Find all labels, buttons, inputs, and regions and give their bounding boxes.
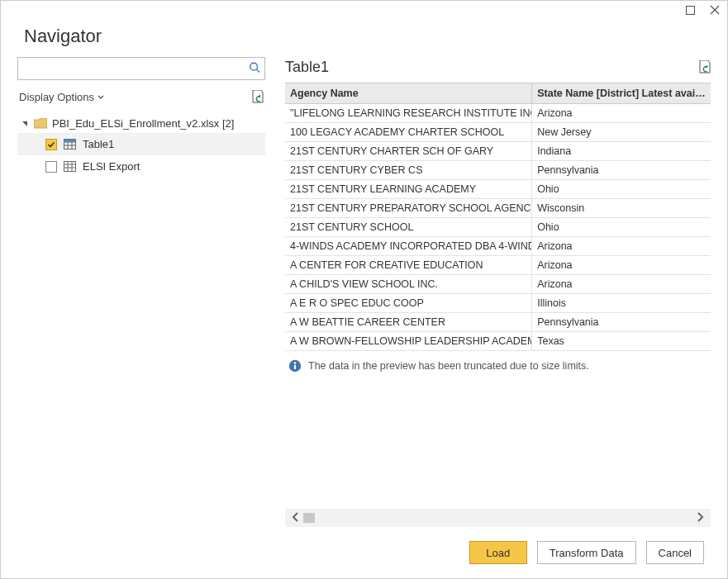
scroll-left-icon[interactable] (288, 512, 303, 524)
svg-rect-0 (686, 6, 694, 14)
left-panel: Display Options PBI_Edu_ELSi_Enrollment_… (17, 57, 265, 527)
tree-root-label: PBI_Edu_ELSi_Enrollment_v2.xlsx [2] (52, 117, 234, 130)
tree-root[interactable]: PBI_Edu_ELSi_Enrollment_v2.xlsx [2] (17, 114, 265, 133)
svg-rect-11 (64, 162, 76, 172)
cancel-button[interactable]: Cancel (646, 541, 704, 564)
table-cell: Ohio (532, 218, 711, 237)
table-row[interactable]: 21ST CENTURY LEARNING ACADEMYOhio (285, 180, 711, 199)
tree-item-label: ELSI Export (83, 160, 140, 173)
table-row[interactable]: 21ST CENTURY SCHOOLOhio (285, 218, 711, 237)
table-icon (64, 139, 76, 149)
table-icon (64, 161, 76, 172)
svg-rect-18 (294, 365, 296, 369)
table-cell: 21ST CENTURY CHARTER SCH OF GARY (285, 142, 532, 161)
table-header-row: Agency Name State Name [District] Latest… (285, 83, 711, 104)
table-row[interactable]: A CHILD'S VIEW SCHOOL INC.Arizona (285, 275, 711, 294)
tree-item-table1[interactable]: Table1 (17, 133, 265, 155)
checkbox-checked[interactable] (45, 139, 57, 150)
caret-down-icon (21, 121, 29, 127)
column-header-state[interactable]: State Name [District] Latest available y… (532, 83, 711, 104)
table-cell: 21ST CENTURY PREPARATORY SCHOOL AGENCY (285, 199, 532, 218)
table-cell: "LIFELONG LEARNING RESEARCH INSTITUTE IN… (285, 104, 532, 123)
tree-item-elsi-export[interactable]: ELSI Export (17, 155, 265, 178)
page-title: Navigator (1, 26, 727, 57)
preview-table: Agency Name State Name [District] Latest… (285, 83, 711, 351)
table-cell: New Jersey (532, 123, 711, 142)
preview-header: Table1 (285, 57, 711, 83)
table-cell: Arizona (532, 237, 711, 256)
table-cell: 100 LEGACY ACADEMY CHARTER SCHOOL (285, 123, 532, 142)
table-row[interactable]: 21ST CENTURY CHARTER SCH OF GARYIndiana (285, 142, 711, 161)
right-panel: Table1 Agency Name State Name [District]… (285, 57, 711, 527)
tree: PBI_Edu_ELSi_Enrollment_v2.xlsx [2] Tabl… (17, 114, 265, 178)
svg-line-4 (257, 69, 260, 73)
svg-point-17 (294, 362, 297, 364)
table-cell: 4-WINDS ACADEMY INCORPORATED DBA 4-WINDS… (285, 237, 532, 256)
table-cell: Arizona (532, 256, 711, 275)
table-cell: 21ST CENTURY CYBER CS (285, 161, 532, 180)
table-row[interactable]: 21ST CENTURY PREPARATORY SCHOOL AGENCYWi… (285, 199, 711, 218)
truncate-note: The data in the preview has been truncat… (285, 351, 711, 381)
table-cell: A W BEATTIE CAREER CENTER (285, 313, 532, 332)
table-cell: A CENTER FOR CREATIVE EDUCATION (285, 256, 532, 275)
table-cell: Arizona (532, 275, 711, 294)
table-row[interactable]: 100 LEGACY ACADEMY CHARTER SCHOOLNew Jer… (285, 123, 711, 142)
preview-title: Table1 (285, 59, 329, 76)
info-icon (288, 359, 302, 373)
tree-item-label: Table1 (83, 138, 114, 150)
table-cell: Arizona (532, 104, 711, 123)
table-row[interactable]: 4-WINDS ACADEMY INCORPORATED DBA 4-WINDS… (285, 237, 711, 256)
horizontal-scrollbar[interactable] (285, 509, 711, 527)
table-row[interactable]: "LIFELONG LEARNING RESEARCH INSTITUTE IN… (285, 104, 711, 123)
table-cell: Texas (532, 332, 711, 351)
table-cell: 21ST CENTURY LEARNING ACADEMY (285, 180, 532, 199)
table-cell: 21ST CENTURY SCHOOL (285, 218, 532, 237)
table-row[interactable]: A W BEATTIE CAREER CENTERPennsylvania (285, 313, 711, 332)
content-area: Display Options PBI_Edu_ELSi_Enrollment_… (1, 57, 727, 527)
close-button[interactable] (709, 4, 721, 16)
refresh-icon[interactable] (251, 90, 264, 104)
navigator-window: Navigator Display Options (0, 0, 728, 579)
table-row[interactable]: A E R O SPEC EDUC COOPIllinois (285, 294, 711, 313)
scroll-thumb[interactable] (303, 513, 315, 523)
table-cell: Illinois (532, 294, 711, 313)
checkbox-unchecked[interactable] (45, 161, 57, 173)
table-cell: Indiana (532, 142, 711, 161)
scroll-right-icon[interactable] (692, 512, 707, 524)
search-icon[interactable] (249, 62, 260, 76)
svg-point-3 (250, 63, 258, 70)
display-options-label: Display Options (19, 91, 94, 103)
titlebar (1, 1, 727, 26)
load-button[interactable]: Load (469, 541, 527, 564)
table-cell: A CHILD'S VIEW SCHOOL INC. (285, 275, 532, 294)
search-input[interactable] (17, 57, 265, 80)
table-row[interactable]: A W BROWN-FELLOWSHIP LEADERSHIP ACADEMYT… (285, 332, 711, 351)
table-row[interactable]: 21ST CENTURY CYBER CSPennsylvania (285, 161, 711, 180)
refresh-preview-icon[interactable] (698, 60, 711, 74)
table-row[interactable]: A CENTER FOR CREATIVE EDUCATIONArizona (285, 256, 711, 275)
table-cell: Pennsylvania (532, 313, 711, 332)
scroll-track[interactable] (303, 513, 692, 523)
table-cell: A E R O SPEC EDUC COOP (285, 294, 532, 313)
search-row (17, 57, 265, 80)
footer: Load Transform Data Cancel (1, 527, 727, 578)
table-cell: Wisconsin (532, 199, 711, 218)
display-options-dropdown[interactable]: Display Options (19, 91, 104, 103)
transform-data-button[interactable]: Transform Data (537, 541, 636, 564)
truncate-text: The data in the preview has been truncat… (308, 360, 589, 372)
table-cell: A W BROWN-FELLOWSHIP LEADERSHIP ACADEMY (285, 332, 532, 351)
svg-rect-10 (64, 140, 76, 143)
table-cell: Pennsylvania (532, 161, 711, 180)
table-cell: Ohio (532, 180, 711, 199)
maximize-button[interactable] (684, 4, 696, 16)
chevron-down-icon (98, 94, 104, 101)
display-options-row: Display Options (17, 87, 265, 109)
folder-icon (34, 118, 47, 129)
column-header-agency[interactable]: Agency Name (285, 83, 532, 104)
